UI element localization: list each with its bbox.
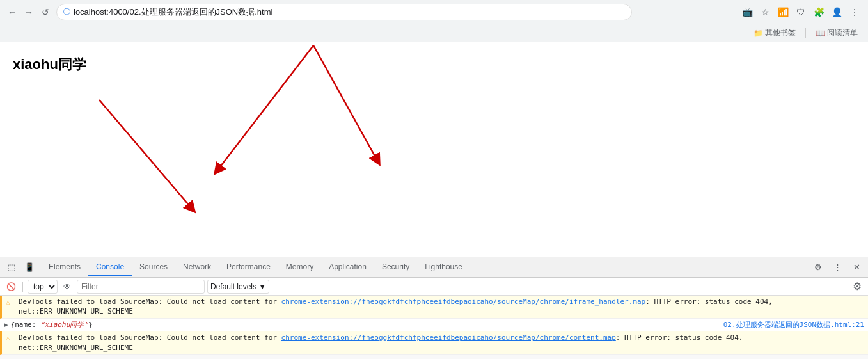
divider: [805, 28, 806, 38]
devtools-left-icons: ⬚ 📱: [3, 259, 38, 276]
warning-text-1: DevTools failed to load SourceMap: Could…: [19, 297, 864, 317]
devtools-more-button[interactable]: ⋮: [829, 259, 846, 276]
warning-text-2: DevTools failed to load SourceMap: Could…: [19, 333, 864, 353]
shield-button[interactable]: 🛡: [794, 5, 808, 19]
inspect-element-button[interactable]: ⬚: [3, 259, 20, 276]
levels-label: Default levels ▼: [210, 282, 266, 291]
console-filter-input[interactable]: [77, 280, 205, 294]
tab-performance[interactable]: Performance: [219, 259, 278, 276]
tab-sources[interactable]: Sources: [132, 259, 175, 276]
object-source-link[interactable]: 02.处理服务器端返回的JSON数据.html:21: [717, 320, 864, 330]
url-text: localhost:4000/02.处理服务器端返回的JSON数据.html: [74, 6, 272, 18]
profile-button[interactable]: 👤: [830, 5, 844, 19]
bookmark-folder-icon[interactable]: 📁 其他书签: [750, 26, 800, 40]
tab-elements[interactable]: Elements: [41, 259, 88, 276]
lock-icon: ⓘ: [63, 7, 70, 17]
warning-link-1[interactable]: chrome-extension://fheoggkfdfchfphceeifd…: [281, 298, 646, 306]
other-bookmarks-label: 其他书签: [765, 28, 796, 38]
devtools-close-button[interactable]: ✕: [848, 259, 865, 276]
console-levels-dropdown[interactable]: Default levels ▼: [207, 280, 269, 294]
tab-console[interactable]: Console: [88, 259, 132, 276]
reading-label: 阅读清单: [827, 28, 858, 38]
browser-actions: 📺 ☆ 📶 🛡 🧩 👤 ⋮: [740, 5, 862, 19]
console-clear-button[interactable]: 🚫: [4, 280, 18, 294]
device-toggle-button[interactable]: 📱: [21, 259, 38, 276]
warning-link-2[interactable]: chrome-extension://fheoggkfdfchfphceeifd…: [281, 333, 616, 342]
devtools-panel: ⬚ 📱 Elements Console Sources Network Per…: [0, 257, 868, 359]
page-content: xiaohu同学: [0, 42, 868, 231]
console-context-select[interactable]: top: [28, 280, 58, 294]
browser-chrome: ← → ↺ ⓘ localhost:4000/02.处理服务器端返回的JSON数…: [0, 0, 868, 24]
bookmarks-bar: 📁 其他书签 📖 阅读清单: [0, 24, 868, 42]
svg-line-2: [99, 100, 192, 209]
console-settings-button[interactable]: ⚙: [850, 280, 864, 294]
expand-icon[interactable]: ▶: [4, 320, 8, 330]
tab-security[interactable]: Security: [374, 259, 417, 276]
object-text: {name: "xiaohu同学"}: [11, 320, 717, 330]
console-eye-button[interactable]: 👁: [60, 280, 74, 294]
toolbar-divider: [22, 282, 23, 292]
page-title: xiaohu同学: [13, 55, 855, 74]
forward-button[interactable]: →: [23, 6, 35, 18]
tab-application[interactable]: Application: [321, 259, 374, 276]
extensions-button[interactable]: 🧩: [812, 5, 826, 19]
reload-button[interactable]: ↺: [40, 6, 51, 18]
address-bar[interactable]: ⓘ localhost:4000/02.处理服务器端返回的JSON数据.html: [56, 4, 632, 20]
console-toolbar: 🚫 top 👁 Default levels ▼ ⚙: [0, 278, 868, 296]
console-warning-2: ⚠ DevTools failed to load SourceMap: Cou…: [0, 331, 868, 355]
console-object-line: ▶ {name: "xiaohu同学"} 02.处理服务器端返回的JSON数据.…: [0, 319, 868, 331]
cast-button[interactable]: 📺: [740, 5, 754, 19]
tab-lighthouse[interactable]: Lighthouse: [417, 259, 470, 276]
warning-icon-1: ⚠: [6, 298, 16, 307]
reading-list-button[interactable]: 📖 阅读清单: [812, 26, 862, 40]
devtools-tab-bar: ⬚ 📱 Elements Console Sources Network Per…: [0, 257, 868, 278]
wifi-icon: 📶: [776, 5, 790, 19]
tab-memory[interactable]: Memory: [278, 259, 321, 276]
bookmark-button[interactable]: ☆: [758, 5, 772, 19]
devtools-settings-area: ⚙ ⋮ ✕: [810, 259, 865, 276]
tab-network[interactable]: Network: [175, 259, 219, 276]
console-warning-1: ⚠ DevTools failed to load SourceMap: Cou…: [0, 296, 868, 319]
reading-icon: 📖: [816, 29, 825, 38]
back-button[interactable]: ←: [6, 6, 18, 18]
console-output: ⚠ DevTools failed to load SourceMap: Cou…: [0, 296, 868, 355]
devtools-settings-button[interactable]: ⚙: [810, 259, 826, 276]
folder-icon: 📁: [754, 29, 763, 38]
page-body: xiaohu同学: [0, 42, 868, 93]
more-button[interactable]: ⋮: [848, 5, 862, 19]
warning-icon-2: ⚠: [6, 333, 16, 343]
